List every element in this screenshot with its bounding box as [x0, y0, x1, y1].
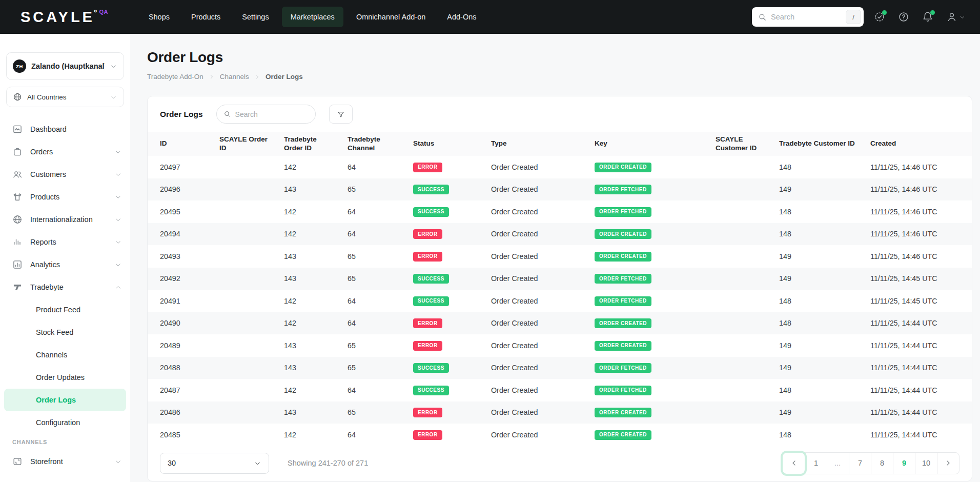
pagination-page-9[interactable]: 9 — [893, 453, 915, 474]
sidebar-item-dashboard[interactable]: Dashboard — [0, 118, 130, 140]
cell-status: SUCCESS — [407, 379, 485, 401]
cell-tradebyte-channel: 65 — [341, 334, 407, 357]
sidebar-item-partial[interactable] — [0, 477, 130, 482]
qa-badge: QA — [99, 9, 108, 15]
cell-scayle-customer-id — [709, 156, 773, 178]
global-search-input[interactable] — [771, 13, 842, 21]
table-row[interactable]: 2049114264SUCCESSOrder CreatedORDER FETC… — [148, 290, 972, 312]
table-search-input[interactable] — [235, 110, 309, 118]
table-row[interactable]: 2049414264ERROROrder CreatedORDER CREATE… — [148, 223, 972, 246]
sidebar-item-internationalization[interactable]: Internationalization — [0, 208, 130, 231]
sidebar-subitem-order-logs[interactable]: Order Logs — [4, 389, 126, 411]
scayle-logo: SCAYLE ° QA — [21, 10, 108, 25]
nav-item-shops[interactable]: Shops — [140, 7, 178, 27]
sidebar: ZH Zalando (Hauptkanal) All Countries Da… — [0, 34, 130, 482]
cell-tradebyte-customer-id: 148 — [773, 200, 864, 223]
cell-status: ERROR — [407, 312, 485, 335]
cell-tradebyte-customer-id: 149 — [773, 178, 864, 201]
table-row[interactable]: 2048814365SUCCESSOrder CreatedORDER FETC… — [148, 357, 972, 379]
tshirt-icon — [12, 192, 23, 202]
global-search[interactable]: / — [752, 7, 864, 27]
breadcrumb-item-channels[interactable]: Channels — [220, 73, 249, 81]
column-header-id: ID — [148, 132, 213, 156]
sidebar-item-label: Products — [30, 193, 107, 201]
table-row[interactable]: 2049714264ERROROrder CreatedORDER CREATE… — [148, 156, 972, 178]
table-row[interactable]: 2048514264ERROROrder CreatedORDER CREATE… — [148, 424, 972, 446]
pagination-page-10[interactable]: 10 — [915, 453, 937, 474]
sidebar-subitem-label: Order Logs — [36, 396, 76, 404]
account-button[interactable] — [946, 11, 966, 23]
help-button[interactable] — [898, 11, 909, 23]
pagination-next-button[interactable] — [937, 453, 959, 474]
nav-item-add-ons[interactable]: Add-Ons — [438, 7, 485, 27]
table-row[interactable]: 2048914365ERROROrder CreatedORDER CREATE… — [148, 334, 972, 357]
cell-scayle-order-id — [213, 200, 278, 223]
chevron-down-icon — [110, 63, 117, 70]
sidebar-subitem-order-updates[interactable]: Order Updates — [4, 366, 126, 389]
cell-key: ORDER CREATED — [588, 223, 709, 246]
table-row[interactable]: 2049514264SUCCESSOrder CreatedORDER FETC… — [148, 200, 972, 223]
chevron-right-icon — [209, 74, 215, 80]
sidebar-item-label: Reports — [30, 238, 107, 246]
sidebar-item-products[interactable]: Products — [0, 186, 130, 208]
sidebar-item-storefront[interactable]: Storefront — [0, 450, 130, 473]
pagination-page-8[interactable]: 8 — [871, 453, 893, 474]
cell-tradebyte-customer-id: 149 — [773, 334, 864, 357]
sidebar-subitem-channels[interactable]: Channels — [4, 344, 126, 366]
table-row[interactable]: 2049214365SUCCESSOrder CreatedORDER FETC… — [148, 268, 972, 290]
cell-scayle-customer-id — [709, 290, 773, 312]
sidebar-item-customers[interactable]: Customers — [0, 163, 130, 186]
sidebar-item-analytics[interactable]: Analytics — [0, 253, 130, 276]
sidebar-subitem-product-feed[interactable]: Product Feed — [4, 298, 126, 321]
chevron-down-icon — [114, 238, 122, 246]
top-navbar: SCAYLE ° QA ShopsProductsSettingsMarketp… — [0, 0, 980, 34]
table-header-row: IDSCAYLE Order IDTradebyte Order IDTrade… — [148, 132, 972, 156]
cell-status: ERROR — [407, 245, 485, 268]
nav-item-marketplaces[interactable]: Marketplaces — [282, 7, 343, 27]
table-row[interactable]: 2049014264ERROROrder CreatedORDER CREATE… — [148, 312, 972, 335]
chevron-up-icon — [114, 284, 122, 291]
cell-tradebyte-channel: 64 — [341, 424, 407, 446]
tasks-status-button[interactable] — [874, 11, 885, 23]
shop-selector[interactable]: ZH Zalando (Hauptkanal) — [6, 52, 124, 80]
table-row[interactable]: 2048714264SUCCESSOrder CreatedORDER FETC… — [148, 379, 972, 401]
pagination-page-7[interactable]: 7 — [849, 453, 871, 474]
cell-scayle-order-id — [213, 268, 278, 290]
sidebar-section-channels: CHANNELS — [12, 439, 130, 447]
column-header-scayle-order-id: SCAYLE Order ID — [213, 132, 278, 156]
nav-item-omnichannel-add-on[interactable]: Omnichannel Add-on — [348, 7, 434, 27]
table-search[interactable] — [216, 105, 316, 124]
cell-status: SUCCESS — [407, 178, 485, 201]
order-logs-panel: Order Logs IDSCAYLE Order IDTradebyte Or… — [147, 96, 972, 481]
sidebar-item-reports[interactable]: Reports — [0, 231, 130, 253]
notifications-button[interactable] — [922, 11, 933, 23]
filter-button[interactable] — [329, 105, 353, 124]
cell-type: Order Created — [485, 245, 588, 268]
search-shortcut-key: / — [846, 10, 861, 24]
country-selector[interactable]: All Countries — [6, 87, 124, 107]
cell-type: Order Created — [485, 312, 588, 335]
pagination-page-1[interactable]: 1 — [805, 453, 827, 474]
chevron-down-icon — [110, 93, 117, 101]
sidebar-subitem-configuration[interactable]: Configuration — [4, 411, 126, 434]
sidebar-subitem-stock-feed[interactable]: Stock Feed — [4, 321, 126, 344]
breadcrumb-item-tradebyte-add-on[interactable]: Tradebyte Add-On — [147, 73, 203, 81]
tradebyte-icon — [12, 282, 23, 292]
cell-scayle-order-id — [213, 156, 278, 178]
table-row[interactable]: 2049614365SUCCESSOrder CreatedORDER FETC… — [148, 178, 972, 201]
sidebar-item-tradebyte[interactable]: Tradebyte — [0, 276, 130, 298]
reports-icon — [12, 237, 23, 247]
nav-item-settings[interactable]: Settings — [233, 7, 277, 27]
nav-item-products[interactable]: Products — [182, 7, 229, 27]
sidebar-item-orders[interactable]: Orders — [0, 140, 130, 163]
table-row[interactable]: 2048614365ERROROrder CreatedORDER CREATE… — [148, 401, 972, 424]
column-header-type: Type — [485, 132, 588, 156]
cell-id: 20486 — [148, 401, 213, 424]
cell-status: ERROR — [407, 401, 485, 424]
cell-id: 20491 — [148, 290, 213, 312]
status-badge: ERROR — [413, 408, 442, 417]
column-header-tradebyte-customer-id: Tradebyte Customer ID — [773, 132, 864, 156]
pagination-prev-button[interactable] — [783, 453, 805, 474]
table-row[interactable]: 2049314365ERROROrder CreatedORDER CREATE… — [148, 245, 972, 268]
page-size-select[interactable]: 30 — [160, 453, 269, 474]
